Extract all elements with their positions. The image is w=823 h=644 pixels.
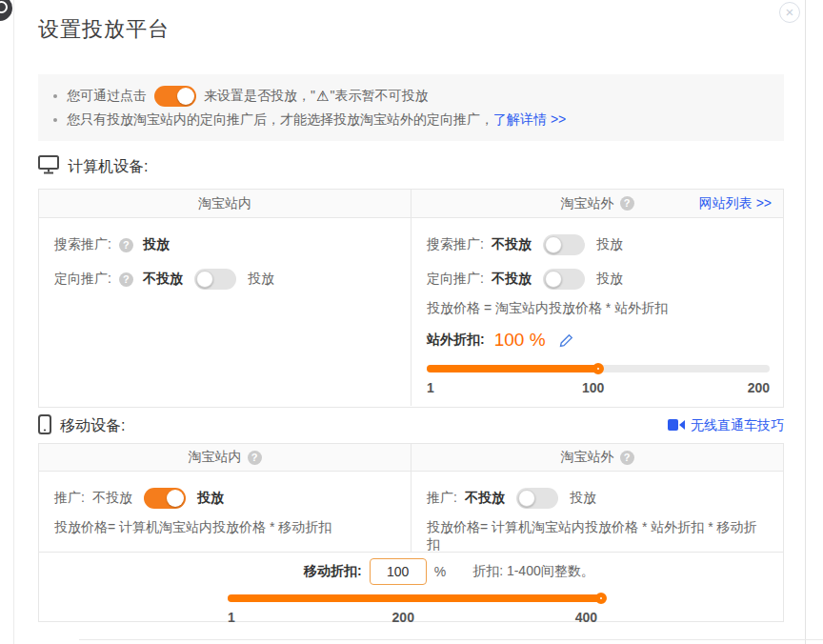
notice-text: 您可通过点击 (67, 88, 147, 105)
toggle-knob (196, 271, 213, 288)
computer-offsite-cell: 搜索推广: 不投放 投放 定向推广: 不投放 投放 投放价格 = 淘宝站内投放价… (412, 218, 785, 406)
promo-row: 推广: 不投放 投放 (427, 485, 768, 512)
status-off: 不投放 (492, 236, 532, 253)
toggle-knob (545, 236, 562, 253)
mobile-section-header: 移动设备: 无线直通车技巧 (38, 413, 784, 438)
row-label: 推广: (427, 490, 457, 507)
mobile-table: 淘宝站内 ? 淘宝站外 ? 推广: 不投放 投放 投放价格= 计算机淘宝站内投放… (38, 443, 784, 622)
help-icon[interactable]: ? (620, 196, 634, 211)
offsite-discount-slider[interactable] (427, 365, 770, 372)
scale-min: 1 (427, 380, 434, 395)
offsite-price-formula: 投放价格 = 淘宝站内投放价格 * 站外折扣 (427, 300, 770, 317)
monitor-icon (38, 155, 59, 178)
computer-table: 淘宝站内 淘宝站外 ? 网站列表 >> 搜索推广: ? 投放 定向推广: ? 不… (38, 189, 784, 408)
header-label: 淘宝站外 (561, 195, 614, 212)
help-icon[interactable]: ? (620, 451, 634, 465)
row-label: 定向推广: (54, 271, 111, 288)
offsite-discount-value: 100 % (494, 330, 546, 351)
header-label: 淘宝站内 (189, 449, 242, 466)
status-off: 不投放 (465, 490, 505, 507)
close-icon[interactable]: × (779, 2, 800, 23)
wireless-tips-link[interactable]: 无线直通车技巧 (668, 417, 784, 434)
toggle-knob (177, 88, 194, 105)
slider-handle[interactable] (592, 363, 604, 374)
discount-label: 站外折扣: (427, 332, 485, 349)
status-on: 投放 (197, 490, 224, 507)
mobile-section-label: 移动设备: (60, 416, 125, 436)
mobile-offsite-header: 淘宝站外 ? (412, 444, 783, 471)
computer-section-label: 计算机设备: (68, 157, 148, 177)
computer-offsite-header: 淘宝站外 ? 网站列表 >> (412, 190, 783, 217)
computer-section-header: 计算机设备: (38, 154, 784, 179)
row-label: 定向推广: (427, 271, 484, 288)
set-platform-dialog: × 设置投放平台 您可通过点击 来设置是否投放，" ⚠ "表示暂不可投放 您只有… (0, 0, 823, 644)
targeted-onsite-toggle[interactable] (194, 269, 236, 290)
search-promo-row: 搜索推广: ? 投放 (54, 231, 395, 258)
status-off: 不投放 (143, 271, 183, 288)
mobile-onsite-toggle[interactable] (144, 488, 186, 509)
header-label: 淘宝站内 (198, 195, 251, 212)
percent-unit: % (434, 564, 446, 579)
video-camera-icon (668, 418, 685, 433)
header-label: 淘宝站外 (561, 449, 614, 466)
discount-range-hint: 折扣: 1-400间整数。 (472, 563, 594, 580)
mobile-offsite-cell: 推广: 不投放 投放 投放价格= 计算机淘宝站内投放价格 * 站外折扣 * 移动… (412, 472, 783, 552)
targeted-promo-row: 定向推广: ? 不投放 投放 (54, 266, 395, 292)
status-off: 不投放 (92, 490, 132, 507)
edit-pencil-icon[interactable] (559, 333, 573, 348)
offsite-discount-row: 站外折扣: 100 % (427, 327, 770, 353)
link-label: 无线直通车技巧 (691, 417, 784, 434)
scale-max: 200 (748, 380, 770, 395)
notice-text: 来设置是否投放，" (204, 88, 315, 105)
mobile-discount-area: 移动折扣: % 折扣: 1-400间整数。 1 200 400 (39, 558, 783, 627)
mobile-offsite-formula: 投放价格= 计算机淘宝站内投放价格 * 站外折扣 * 移动折扣 (427, 519, 768, 553)
computer-onsite-header: 淘宝站内 (39, 190, 412, 217)
slider-scale: 1 200 400 (228, 610, 601, 627)
website-list-link[interactable]: 网站列表 >> (699, 195, 772, 212)
toggle-knob (518, 490, 535, 507)
status-on: 投放 (596, 236, 623, 253)
row-label: 搜索推广: (427, 236, 484, 253)
notice-text: "表示暂不可投放 (330, 88, 428, 105)
mobile-onsite-cell: 推广: 不投放 投放 投放价格= 计算机淘宝站内投放价格 * 移动折扣 (39, 472, 412, 552)
mobile-discount-slider[interactable] (228, 594, 601, 602)
dialog-right-border (805, 0, 806, 644)
toggle-knob (167, 490, 184, 507)
page-title: 设置投放平台 (38, 15, 170, 44)
help-icon[interactable]: ? (119, 272, 133, 287)
status-on: 投放 (570, 490, 596, 507)
search-promo-row: 搜索推广: 不投放 投放 (427, 231, 770, 258)
notice-text: 您只有投放淘宝站内的定向推广后，才能选择投放淘宝站外的定向推广， (67, 111, 493, 129)
search-offsite-toggle[interactable] (543, 234, 585, 255)
learn-more-link[interactable]: 了解详情 >> (493, 111, 566, 129)
bullet-dot (53, 118, 57, 122)
targeted-offsite-toggle[interactable] (543, 269, 585, 290)
slider-fill (427, 365, 598, 372)
example-toggle (154, 86, 196, 107)
help-icon[interactable]: ? (119, 238, 133, 252)
status-on: 投放 (143, 236, 170, 253)
scale-mid: 100 (582, 380, 604, 395)
mobile-onsite-formula: 投放价格= 计算机淘宝站内投放价格 * 移动折扣 (54, 519, 395, 536)
bullet-dot (53, 94, 57, 98)
slider-handle[interactable] (595, 593, 607, 604)
toggle-knob (545, 271, 562, 288)
mobile-discount-input[interactable] (370, 558, 427, 585)
mobile-onsite-header: 淘宝站内 ? (39, 444, 412, 471)
warning-icon: ⚠ (316, 88, 329, 105)
status-on: 投放 (248, 271, 274, 288)
notice-line-2: 您只有投放淘宝站内的定向推广后，才能选择投放淘宝站外的定向推广， 了解详情 >> (53, 108, 769, 131)
corner-badge (0, 0, 12, 21)
slider-fill (228, 594, 601, 602)
scale-mid: 200 (392, 610, 414, 625)
help-icon[interactable]: ? (248, 451, 262, 465)
computer-onsite-cell: 搜索推广: ? 投放 定向推广: ? 不投放 投放 (39, 218, 412, 406)
mobile-discount-label: 移动折扣: (304, 563, 362, 580)
scale-max: 400 (575, 610, 597, 625)
mobile-offsite-toggle[interactable] (516, 488, 558, 509)
phone-icon (38, 414, 51, 438)
bottom-divider (79, 639, 823, 640)
dialog-left-border (13, 0, 14, 644)
promo-row: 推广: 不投放 投放 (54, 485, 395, 512)
targeted-promo-row: 定向推广: 不投放 投放 (427, 266, 770, 292)
